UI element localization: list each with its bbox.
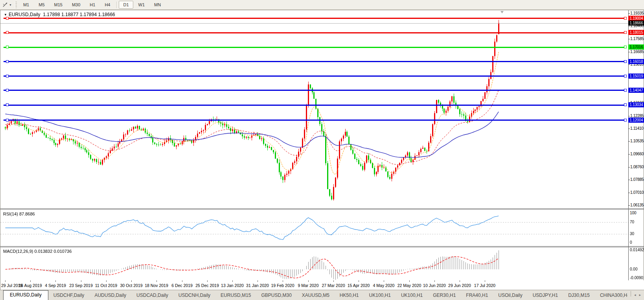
horizontal-level-line[interactable]	[4, 105, 626, 106]
line-handle[interactable]	[624, 103, 627, 106]
rsi-axis-label: 100	[630, 211, 637, 215]
pane-splitter[interactable]	[0, 247, 644, 247]
price-tick-label: 1.07885	[630, 177, 644, 182]
timeframe-button-d1[interactable]: D1	[119, 1, 133, 9]
horizontal-level-line[interactable]	[4, 75, 626, 77]
chart-tab-uk100-h1[interactable]: UK100,H1	[364, 291, 396, 300]
scroll-left-icon[interactable]: ◂	[634, 293, 636, 297]
date-label: 18 Nov 2019	[145, 283, 168, 288]
date-tick-mark	[81, 280, 81, 282]
price-tick-mark	[628, 129, 630, 129]
chart-tab-usdcnh-daily[interactable]: USDCNH,Daily	[173, 291, 215, 300]
chart-tab-usdcad-daily[interactable]: USDCAD,Daily	[131, 291, 173, 300]
date-tick-mark	[5, 280, 6, 282]
date-tick-mark	[460, 280, 460, 282]
current-price-chip: 1.18666	[628, 20, 644, 26]
date-tick-mark	[106, 280, 107, 282]
chart-tab-uk100-h1[interactable]: UK100,H1	[396, 291, 428, 300]
chart-tab-ger30-h1[interactable]: GER30,H1	[428, 291, 461, 300]
timeframe-button-m15[interactable]: M15	[50, 1, 67, 9]
price-tick-mark	[628, 141, 630, 142]
line-handle[interactable]	[6, 46, 9, 48]
chart-ohlc-values: 1.17898 1.18877 1.17894 1.18666	[43, 12, 115, 17]
line-handle[interactable]	[6, 103, 9, 106]
date-tick-mark	[30, 280, 31, 282]
rsi-label: RSI(14) 87.8686	[3, 212, 35, 216]
pane-splitter[interactable]	[0, 208, 644, 209]
chart-tab-china300-h4[interactable]: CHINA300,H4	[595, 291, 627, 300]
chart-tab-usdjpy-h1[interactable]: USDJPY,H1	[528, 291, 563, 300]
chart-tab-bar: EURUSD,DailyUSDCHF,DailyAUDUSD,DailyUSDC…	[0, 290, 644, 300]
tab-scroll-arrows: ◂ ▸	[627, 290, 644, 300]
date-tick-mark	[333, 280, 334, 282]
chart-tab-dj30-m15[interactable]: DJ30,M15	[563, 291, 595, 300]
chart-tab-gbpusd-m30[interactable]: GBPUSD,M30	[256, 291, 296, 300]
chart-tab-hk50-h1[interactable]: HK50,H1	[335, 291, 364, 300]
line-handle[interactable]	[624, 60, 627, 63]
pane-splitter[interactable]	[0, 246, 644, 247]
line-handle[interactable]	[624, 46, 627, 48]
horizontal-level-line[interactable]	[4, 47, 626, 48]
timeframe-button-m30[interactable]: M30	[68, 1, 85, 9]
price-tick-mark	[628, 13, 630, 14]
timeframe-button-h4[interactable]: H4	[100, 1, 114, 9]
chart-tab-audusd-daily[interactable]: AUDUSD,Daily	[89, 291, 131, 300]
price-level-chip: 1.15019	[628, 74, 644, 79]
price-tick-label: 1.09660	[630, 152, 644, 156]
chart-window: ▼EURUSD,Daily 1.17898 1.18877 1.17894 1.…	[0, 10, 644, 290]
price-tick-mark	[628, 39, 630, 39]
chart-tab-usdchf-daily[interactable]: USDCHF,Daily	[48, 291, 90, 300]
price-chart-canvas[interactable]	[0, 10, 628, 290]
date-tick-mark	[308, 280, 309, 282]
toolbar-grip[interactable]	[15, 2, 17, 8]
chart-tab-usoil-daily[interactable]: USOil,Daily	[493, 291, 527, 300]
timeframe-button-w1[interactable]: W1	[134, 1, 149, 9]
timeframe-button-mn[interactable]: MN	[150, 1, 165, 9]
horizontal-level-line[interactable]	[4, 90, 626, 91]
price-level-chip: 1.16018	[628, 59, 644, 64]
price-tick-label: 1.07010	[630, 190, 644, 195]
collapse-triangle-icon[interactable]: ▼	[4, 13, 7, 17]
chart-legend: ▼EURUSD,Daily 1.17898 1.18877 1.17894 1.…	[4, 12, 115, 17]
horizontal-level-line[interactable]	[4, 18, 626, 19]
line-handle[interactable]	[6, 75, 9, 77]
price-tick-mark	[628, 52, 630, 52]
macd-axis-label: 0.014921	[630, 248, 644, 252]
horizontal-level-line[interactable]	[4, 120, 626, 121]
rsi-axis-label: 30	[630, 232, 634, 236]
line-handle[interactable]	[624, 31, 627, 34]
timeframe-button-m5[interactable]: M5	[34, 1, 49, 9]
price-level-chip: 1.17016	[628, 44, 644, 50]
timeframe-button-h1[interactable]: H1	[85, 1, 99, 9]
chart-shift-marker[interactable]	[500, 11, 504, 13]
tab-separator	[631, 291, 631, 296]
cursor-tool-button[interactable]: ▼	[1, 1, 13, 9]
line-handle[interactable]	[624, 75, 627, 77]
horizontal-level-line[interactable]	[4, 61, 626, 62]
date-label: 30 Oct 2019	[120, 283, 142, 288]
chart-tab-eurusd-m15[interactable]: EURUSD,M15	[215, 291, 256, 300]
line-handle[interactable]	[6, 119, 9, 121]
price-tick-mark	[628, 205, 630, 206]
macd-label: MACD(12,26,9) 0.013832 0.010736	[3, 249, 72, 254]
chart-tab-eurusd-daily[interactable]: EURUSD,Daily	[3, 290, 48, 300]
line-handle[interactable]	[624, 17, 627, 20]
line-handle[interactable]	[6, 60, 9, 63]
chart-tab-fra40-h1[interactable]: FRA40,H1	[461, 291, 493, 300]
line-handle[interactable]	[6, 17, 9, 20]
pane-splitter[interactable]	[0, 209, 644, 210]
chart-tab-xauusd-m5[interactable]: XAUUSD,M5	[297, 291, 335, 300]
line-handle[interactable]	[6, 31, 9, 34]
tab-strip: EURUSD,DailyUSDCHF,DailyAUDUSD,DailyUSDC…	[0, 290, 627, 300]
scroll-right-icon[interactable]: ▸	[639, 293, 641, 297]
timeframe-button-m1[interactable]: M1	[19, 1, 33, 9]
price-tick-label: 1.06135	[630, 203, 644, 207]
current-price-line	[0, 23, 628, 24]
line-handle[interactable]	[6, 89, 9, 92]
line-handle[interactable]	[624, 89, 627, 92]
line-handle[interactable]	[624, 119, 627, 121]
chevron-down-icon: ▼	[9, 4, 12, 6]
crosshair-icon	[2, 2, 8, 8]
price-tick-mark	[628, 180, 630, 180]
horizontal-level-line[interactable]	[4, 32, 626, 33]
